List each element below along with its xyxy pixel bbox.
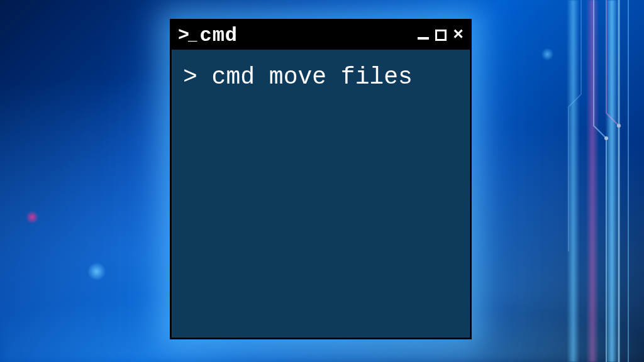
circuit-lines: [518, 0, 644, 362]
titlebar[interactable]: >_ cmd ×: [172, 21, 470, 50]
close-icon: ×: [453, 26, 464, 44]
prompt-icon: >_: [178, 26, 194, 45]
svg-point-0: [604, 136, 608, 140]
minimize-icon: [418, 37, 429, 40]
svg-point-1: [617, 124, 621, 128]
terminal-body[interactable]: > cmd move files: [172, 50, 470, 105]
maximize-icon: [435, 30, 447, 41]
minimize-button[interactable]: [418, 31, 429, 40]
window-controls: ×: [418, 26, 464, 44]
prompt-symbol: >: [183, 63, 212, 90]
window-title: cmd: [199, 24, 413, 47]
command-text: cmd move files: [212, 63, 413, 90]
terminal-window: >_ cmd × > cmd move files: [170, 19, 472, 339]
close-button[interactable]: ×: [453, 26, 464, 44]
maximize-button[interactable]: [435, 30, 447, 41]
